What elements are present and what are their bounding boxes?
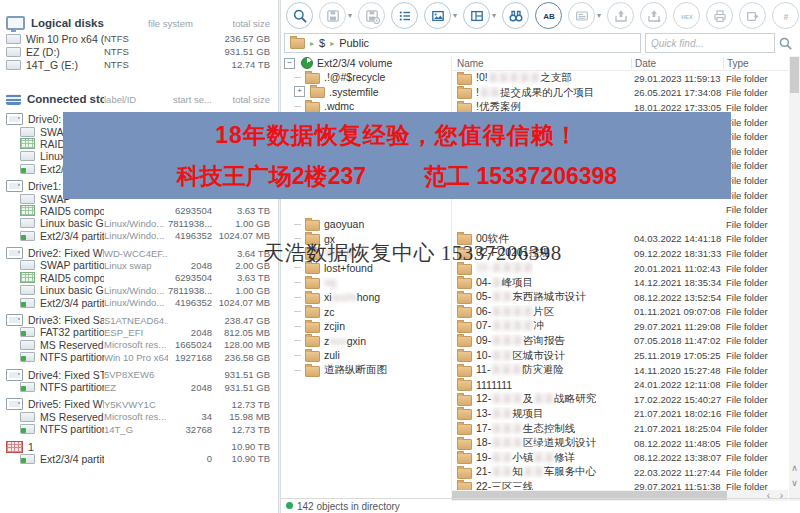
copy-to-button[interactable] (607, 2, 634, 29)
folder-icon (305, 220, 320, 231)
partition-row[interactable]: FAT32 partitionESP_EFI2048812.05 MB (0, 326, 278, 338)
column-date[interactable]: Date (631, 58, 723, 69)
checksum-button[interactable]: # (772, 2, 799, 29)
quick-find-button[interactable] (777, 33, 797, 53)
find-files-button[interactable] (502, 2, 529, 29)
file-row[interactable]: 07-某某某某冲29.07.2021 11:29:08File folder (451, 319, 788, 334)
file-row[interactable]: 21-某某知某某车服务中心22.03.2022 11:27:44File fol… (451, 465, 788, 480)
drive-row[interactable]: Drive2: Fixed WDC ...WD-WCC4EF...3.64 TB (0, 247, 278, 259)
partition-row[interactable]: SWAP partitionLinux swap20482.00 GB (0, 259, 278, 271)
collapse-icon[interactable]: − (284, 58, 295, 69)
file-row[interactable]: 11-某某某防灾避险14.11.2020 15:27:48File folder (451, 363, 788, 378)
encoding-button[interactable]: AB (535, 2, 562, 29)
breadcrumb-root[interactable]: $ (319, 37, 325, 49)
save-scan-config-button[interactable] (358, 2, 385, 29)
print-button[interactable] (706, 2, 733, 29)
partition-row[interactable]: Linux basic GPT pa...Linux/Windo...78119… (0, 217, 278, 229)
partition-row[interactable]: NTFS partitionWin 10 Pro x641927168236.5… (0, 351, 278, 363)
tree-item[interactable]: +.systemfile (281, 85, 451, 100)
ext-icon (20, 231, 35, 241)
folder-icon (457, 468, 472, 479)
file-name: !0!某某某某某之支部 (451, 71, 631, 85)
raid-icon (20, 272, 35, 283)
partition-row[interactable]: MS Reserved partit...Microsoft res...166… (0, 339, 278, 351)
scroll-up-icon[interactable]: ∧ (789, 463, 800, 473)
partition-row[interactable]: RAID5 component...62935043.63 TB (0, 205, 278, 217)
partition-row[interactable]: MS Reserved partit...Microsoft res...341… (0, 411, 278, 423)
partition-row[interactable]: Ext2/3/4 partitionLinux/Windo...41963521… (0, 296, 278, 308)
file-row[interactable]: 04-某峰项目14.12.2021 18:35:34File folder (451, 275, 788, 290)
file-mask-dropdown-icon[interactable]: ▾ (597, 11, 601, 20)
file-row[interactable]: 09-某某某咨询报告07.05.2018 11:47:02File folder (451, 334, 788, 349)
partition-row[interactable]: RAID5 component...62935043.63 TB (0, 272, 278, 284)
file-row[interactable]: 06-某某某某片区01.11.2021 09:07:08File folder (451, 305, 788, 320)
file-type: File folder (723, 277, 788, 288)
tree-item[interactable]: 道路纵断面图 (281, 363, 451, 378)
status-text: 142 objects in directory (297, 501, 400, 512)
file-row[interactable]: 10-某某区城市设计25.11.2019 17:05:25File folder (451, 348, 788, 363)
tree-branch (294, 311, 301, 312)
save-scan-dropdown-icon[interactable]: ▾ (348, 11, 352, 20)
logical-disk-row[interactable]: EZ (D:)NTFS931.51 GB (0, 45, 278, 58)
file-row[interactable]: File folder (451, 217, 788, 232)
tree-item[interactable]: zcjin (281, 319, 451, 334)
panel-layout-dropdown-icon[interactable]: ▾ (492, 11, 496, 20)
scroll-down-icon[interactable]: ∨ (789, 478, 800, 488)
tree-root[interactable]: − Ext2/3/4 volume (281, 56, 451, 70)
part-icon (20, 412, 35, 422)
hex-view-button[interactable]: HEX (673, 2, 700, 29)
tree-item[interactable]: xiaozhihong (281, 290, 451, 305)
partition-row[interactable]: Ext2/3/4 partitionLinux/Windo...41963521… (0, 230, 278, 242)
file-type: File folder (723, 131, 788, 142)
file-row[interactable]: 17-某某某生态控制线21.07.2021 18:25:04File folde… (451, 421, 788, 436)
logical-disks-list: Win 10 Pro x64 (C:)NTFS236.57 GBEZ (D:)N… (0, 32, 278, 71)
logical-disk-row[interactable]: Win 10 Pro x64 (C:)NTFS236.57 GB (0, 32, 278, 45)
file-mask-button[interactable] (568, 2, 595, 29)
magnifier-icon (292, 8, 308, 24)
quick-find-input[interactable] (646, 36, 774, 50)
column-name[interactable]: Name (451, 58, 631, 69)
tree-item[interactable]: zhongxin (281, 334, 451, 349)
file-row[interactable]: !某某提交成果的几个项目26.05.2021 17:34:08File fold… (451, 86, 788, 101)
drive-row[interactable]: Drive5: Fixed WDC ...Y5KVWY1C12.73 TB (0, 398, 278, 410)
expand-icon[interactable]: + (294, 86, 305, 97)
column-type[interactable]: Type (723, 58, 788, 69)
drive-row[interactable]: Drive3: Fixed Sams...S1ATNEAD64...238.47… (0, 314, 278, 326)
file-row[interactable]: 111111124.01.2022 12:11:08File folder (451, 377, 788, 392)
preview-mode-dropdown-icon[interactable]: ▾ (453, 11, 457, 20)
scrollbar-thumb[interactable] (790, 57, 799, 93)
save-scan-button[interactable] (319, 2, 346, 29)
breadcrumb-current[interactable]: Public (339, 37, 369, 49)
partition-row[interactable]: NTFS partitionEZ2048931.51 GB (0, 381, 278, 393)
file-row[interactable]: 05-某某东西路城市设计08.12.2022 13:52:54File fold… (451, 290, 788, 305)
tree-item[interactable]: gaoyuan (281, 217, 451, 232)
tree-item[interactable]: .!@#$recycle (281, 70, 451, 85)
file-row[interactable]: File folder (451, 202, 788, 217)
drive-row[interactable]: 110.90 TB (0, 440, 278, 452)
partition-row[interactable]: Linux basic GPT pa...Linux/Windo...78119… (0, 284, 278, 296)
vertical-scrollbar[interactable]: ∧ ∨ (789, 56, 800, 501)
file-row[interactable]: 13-某某规项目21.07.2021 18:02:16File folder (451, 407, 788, 422)
preview-mode-button[interactable] (424, 2, 451, 29)
watermark-text: 天浩数据恢复中心 15337206398 (263, 239, 562, 267)
logical-disks-title: Logical disks (31, 17, 148, 29)
tree-item[interactable]: wjj (281, 275, 451, 290)
drive-icon (6, 398, 23, 410)
file-row[interactable]: !0!某某某某某之支部29.01.2023 11:59:13File folde… (451, 71, 788, 86)
partition-row[interactable]: Ext2/3/4 partition010.90 TB (0, 453, 278, 465)
drive-row[interactable]: Drive4: Fixed ST31...5VP8XEW6931.51 GB (0, 368, 278, 380)
partition-row[interactable]: NTFS partition14T_G3276812.73 TB (0, 423, 278, 435)
panel-layout-button[interactable] (463, 2, 490, 29)
scan-log-button[interactable] (391, 2, 418, 29)
file-row[interactable]: 19-某某小镇某某修详08.12.2022 13:38:07File folde… (451, 450, 788, 465)
recover-button[interactable] (640, 2, 667, 29)
scan-button[interactable] (286, 2, 313, 29)
tree-item[interactable]: zuli (281, 348, 451, 363)
export-button[interactable] (739, 2, 766, 29)
file-row[interactable]: 12-某某某及某某战略研究17.02.2022 15:40:27File fol… (451, 392, 788, 407)
tree-item[interactable]: zc (281, 304, 451, 319)
file-row[interactable]: 18-某某某区绿道规划设计08.12.2022 11:48:05File fol… (451, 436, 788, 451)
file-date: 17.02.2022 15:40:27 (631, 394, 723, 405)
file-type: File folder (723, 263, 788, 274)
logical-disk-row[interactable]: 14T_G (E:)NTFS12.74 TB (0, 58, 278, 71)
